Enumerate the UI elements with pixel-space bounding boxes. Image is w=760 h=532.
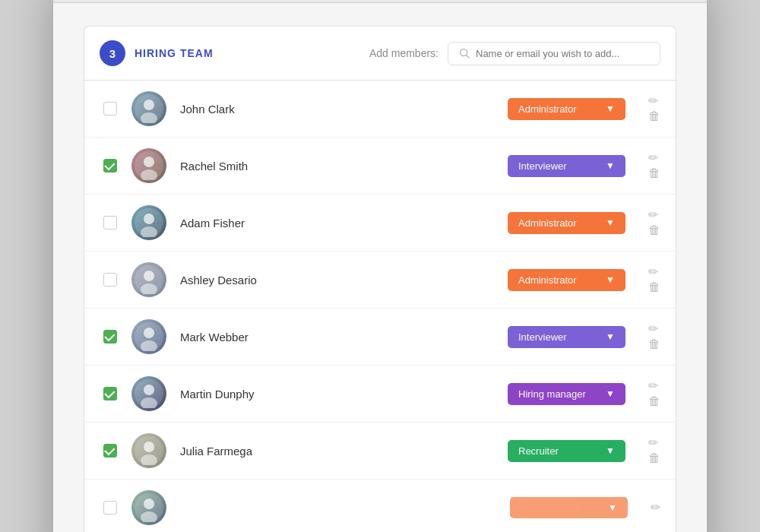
checkbox-adam-fisher[interactable]	[103, 216, 117, 230]
team-title: HIRING TEAM	[135, 47, 214, 59]
svg-point-3	[144, 100, 154, 110]
chevron-down-icon: ▼	[606, 274, 615, 285]
chevron-down-icon: ▼	[606, 388, 615, 399]
role-badge-julia-farmega[interactable]: Recruiter▼	[508, 440, 625, 462]
edit-icon[interactable]: ✏	[648, 266, 660, 278]
search-input[interactable]	[476, 48, 649, 59]
chevron-down-icon: ▼	[606, 103, 615, 114]
role-badge-ashley-desario[interactable]: Administrator▼	[508, 269, 625, 291]
table-row: Rachel SmithInterviewer▼✏🗑	[84, 138, 676, 195]
chevron-down-icon: ▼	[606, 331, 615, 342]
member-name-rachel-smith: Rachel Smith	[180, 160, 508, 173]
table-row: Martin DunphyHiring manager▼✏🗑	[84, 366, 676, 423]
actions-john-clark: ✏🗑	[648, 95, 660, 122]
checkbox-julia-farmega[interactable]	[103, 444, 117, 458]
checkbox-wrap	[100, 159, 121, 173]
edit-icon[interactable]: ✏	[648, 380, 660, 392]
team-header: 3 HIRING TEAM Add members:	[84, 26, 676, 80]
role-badge-rachel-smith[interactable]: Interviewer▼	[508, 155, 625, 177]
delete-icon[interactable]: 🗑	[648, 224, 660, 236]
delete-icon[interactable]: 🗑	[648, 110, 660, 122]
delete-icon[interactable]: 🗑	[648, 167, 660, 179]
member-name-julia-farmega: Julia Farmega	[180, 445, 508, 458]
avatar-unknown	[131, 490, 166, 525]
actions-ashley-desario: ✏🗑	[648, 266, 660, 293]
delete-icon[interactable]: 🗑	[648, 338, 660, 350]
checkbox-wrap	[100, 330, 121, 344]
checkbox-wrap	[100, 387, 121, 401]
role-badge-mark-webber[interactable]: Interviewer▼	[508, 326, 625, 348]
avatar-john-clark	[131, 91, 166, 126]
member-count-badge: 3	[100, 40, 125, 66]
actions-mark-webber: ✏🗑	[648, 323, 660, 350]
delete-icon[interactable]: 🗑	[648, 395, 660, 407]
add-members-label: Add members:	[369, 47, 439, 59]
svg-point-21	[144, 442, 154, 452]
checkbox-wrap	[100, 273, 121, 287]
checkbox-martin-dunphy[interactable]	[103, 387, 117, 401]
member-name-ashley-desario: Ashley Desario	[180, 274, 508, 287]
members-table: John ClarkAdministrator▼✏🗑 Rachel SmithI…	[84, 80, 676, 532]
svg-point-24	[144, 499, 154, 509]
table-row: Ashley DesarioAdministrator▼✏🗑	[84, 252, 676, 309]
avatar-julia-farmega	[131, 433, 166, 468]
delete-icon[interactable]: 🗑	[648, 281, 660, 293]
role-badge-martin-dunphy[interactable]: Hiring manager▼	[508, 383, 625, 405]
svg-point-15	[144, 328, 154, 338]
checkbox-wrap	[100, 216, 121, 230]
chevron-down-icon: ▼	[608, 502, 617, 513]
actions-adam-fisher: ✏🗑	[648, 209, 660, 236]
table-row: Julia FarmegaRecruiter▼✏🗑	[84, 423, 676, 480]
svg-point-12	[144, 271, 154, 281]
avatar-martin-dunphy	[131, 376, 166, 411]
checkbox-ashley-desario[interactable]	[103, 273, 117, 287]
actions-partial: ✏	[651, 502, 660, 514]
chevron-down-icon: ▼	[606, 217, 615, 228]
svg-line-1	[467, 55, 470, 59]
table-row: ▼✏	[84, 480, 676, 532]
edit-icon[interactable]: ✏	[648, 437, 660, 449]
actions-martin-dunphy: ✏🗑	[648, 380, 660, 407]
role-badge-adam-fisher[interactable]: Administrator▼	[508, 212, 625, 234]
checkbox-wrap	[100, 102, 121, 116]
member-name-martin-dunphy: Martin Dunphy	[180, 388, 508, 401]
main-content: 3 HIRING TEAM Add members: John ClarkAdm…	[53, 3, 707, 532]
avatar-adam-fisher	[131, 205, 166, 240]
table-row: Mark WebberInterviewer▼✏🗑	[84, 309, 676, 366]
svg-point-6	[144, 157, 154, 167]
search-icon	[459, 48, 470, 59]
avatar-rachel-smith	[131, 148, 166, 183]
checkbox-wrap	[100, 444, 121, 458]
checkbox-john-clark[interactable]	[103, 102, 117, 116]
avatar-ashley-desario	[131, 262, 166, 297]
checkbox-mark-webber[interactable]	[103, 330, 117, 344]
svg-point-18	[144, 385, 154, 395]
edit-icon[interactable]: ✏	[651, 502, 660, 514]
edit-icon[interactable]: ✏	[648, 323, 660, 335]
delete-icon[interactable]: 🗑	[648, 452, 660, 464]
role-badge-partial[interactable]: ▼	[510, 497, 628, 518]
avatar-mark-webber	[131, 319, 166, 354]
edit-icon[interactable]: ✏	[648, 95, 660, 107]
edit-icon[interactable]: ✏	[648, 152, 660, 164]
edit-icon[interactable]: ✏	[648, 209, 660, 221]
member-name-john-clark: John Clark	[180, 103, 508, 116]
checkbox-unknown[interactable]	[103, 501, 117, 515]
actions-julia-farmega: ✏🗑	[648, 437, 660, 464]
svg-point-9	[144, 214, 154, 224]
table-row: Adam FisherAdministrator▼✏🗑	[84, 195, 676, 252]
table-row: John ClarkAdministrator▼✏🗑	[84, 81, 676, 138]
chevron-down-icon: ▼	[606, 160, 615, 171]
chevron-down-icon: ▼	[606, 445, 615, 456]
checkbox-rachel-smith[interactable]	[103, 159, 117, 173]
role-badge-john-clark[interactable]: Administrator▼	[508, 98, 625, 120]
member-name-adam-fisher: Adam Fisher	[180, 217, 508, 230]
checkbox-wrap	[100, 501, 121, 515]
actions-rachel-smith: ✏🗑	[648, 152, 660, 179]
app-window: 3 HIRING TEAM Add members: John ClarkAdm…	[53, 0, 707, 532]
add-member-search[interactable]	[448, 42, 660, 65]
member-name-mark-webber: Mark Webber	[180, 331, 508, 344]
